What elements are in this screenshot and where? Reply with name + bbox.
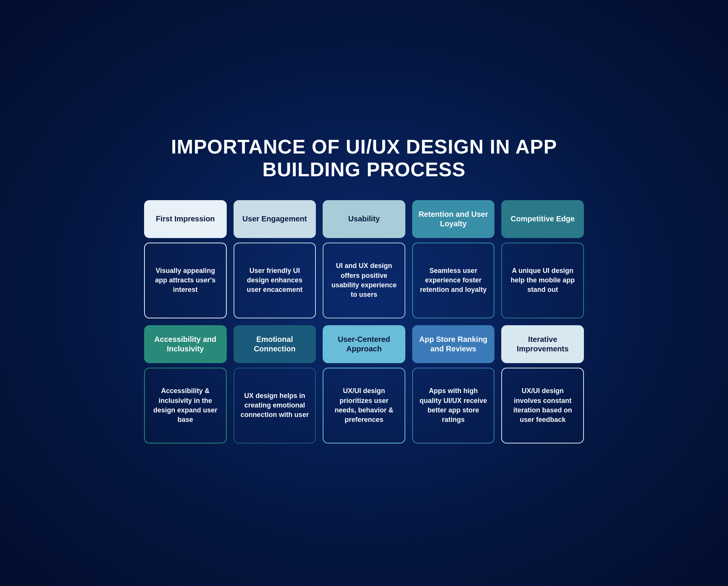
card-body-app-store: Apps with high quality UI/UX receive bet…	[412, 368, 495, 443]
card-body-accessibility: Accessibility & inclusivity in the desig…	[144, 368, 227, 443]
row2-grid: Accessibility and InclusivityAccessibili…	[144, 325, 584, 443]
card-header-iterative: Iterative Improvements	[501, 325, 584, 363]
card-group-user-engagement: User EngagementUser friendly UI design e…	[234, 200, 316, 318]
card-group-app-store: App Store Ranking and ReviewsApps with h…	[412, 325, 495, 443]
row1-grid: First ImpressionVisually appealing app a…	[144, 200, 584, 318]
card-group-emotional: Emotional ConnectionUX design helps in c…	[234, 325, 316, 443]
card-header-competitive: Competitive Edge	[501, 200, 584, 238]
card-group-accessibility: Accessibility and InclusivityAccessibili…	[144, 325, 227, 443]
page-container: IMPORTANCE OF UI/UX DESIGN IN APP BUILDI…	[144, 136, 584, 450]
card-body-competitive: A unique UI design help the mobile app s…	[501, 243, 584, 318]
card-group-user-centered: User-Centered ApproachUX/UI design prior…	[323, 325, 405, 443]
card-group-retention: Retention and User LoyaltySeamless user …	[412, 200, 495, 318]
card-body-retention: Seamless user experience foster retentio…	[412, 243, 495, 318]
card-body-first-impression: Visually appealing app attracts user's i…	[144, 243, 227, 318]
card-header-emotional: Emotional Connection	[234, 325, 316, 363]
card-body-user-centered: UX/UI design prioritizes user needs, beh…	[323, 368, 405, 443]
card-header-user-engagement: User Engagement	[234, 200, 316, 238]
card-group-usability: UsabilityUI and UX design offers positiv…	[323, 200, 405, 318]
card-body-emotional: UX design helps in creating emotional co…	[234, 368, 316, 443]
card-header-first-impression: First Impression	[144, 200, 227, 238]
card-group-first-impression: First ImpressionVisually appealing app a…	[144, 200, 227, 318]
card-group-iterative: Iterative ImprovementsUX/UI design invol…	[501, 325, 584, 443]
card-header-app-store: App Store Ranking and Reviews	[412, 325, 495, 363]
card-header-usability: Usability	[323, 200, 405, 238]
card-body-user-engagement: User friendly UI design enhances user en…	[234, 243, 316, 318]
card-header-user-centered: User-Centered Approach	[323, 325, 405, 363]
page-title: IMPORTANCE OF UI/UX DESIGN IN APP BUILDI…	[144, 136, 584, 181]
card-header-accessibility: Accessibility and Inclusivity	[144, 325, 227, 363]
card-body-iterative: UX/UI design involves constant iteration…	[501, 368, 584, 443]
card-header-retention: Retention and User Loyalty	[412, 200, 495, 238]
card-body-usability: UI and UX design offers positive usabili…	[323, 243, 405, 318]
card-group-competitive: Competitive EdgeA unique UI design help …	[501, 200, 584, 318]
